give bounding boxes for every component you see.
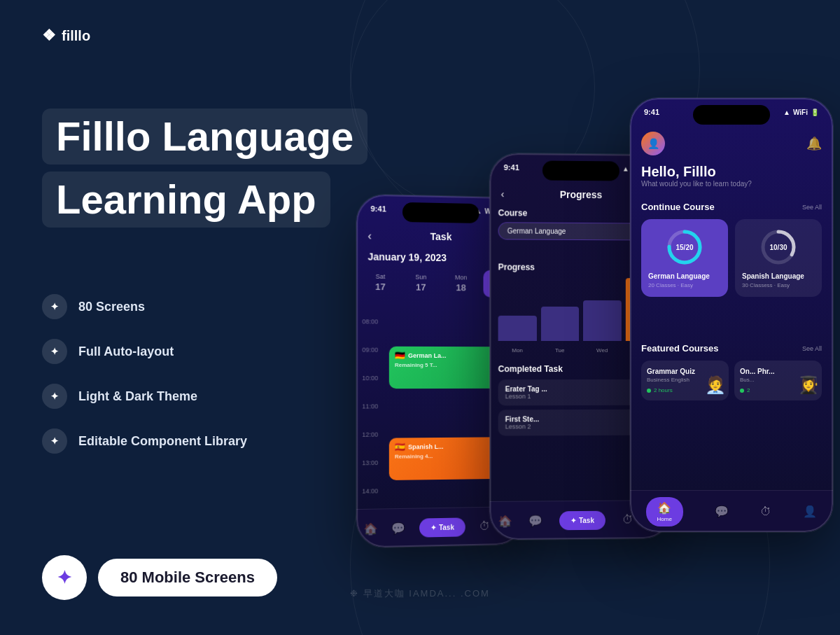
phone-3-avatar[interactable]: 👤: [641, 132, 665, 155]
course-card-spanish[interactable]: 10/30 Spanish Language 30 Classess · Eas…: [735, 219, 822, 297]
cal-sat: Sat 17: [362, 269, 398, 297]
logo: ❖ filllo: [42, 27, 90, 45]
featured-card-phrases[interactable]: On... Phr... Bus... 2 👩‍🎓: [734, 361, 822, 400]
phone-3-notch: [693, 105, 770, 125]
phone-3-time: 9:41: [644, 108, 659, 116]
timer-nav-icon: ⏱: [760, 505, 771, 518]
logo-text: filllo: [62, 28, 90, 44]
grammar-illustration: 🧑‍💼: [705, 375, 726, 395]
time-900: 09:00: [362, 347, 378, 354]
spanish-card-sub: 30 Classess · Easy: [742, 282, 815, 288]
chart-label-wed: Wed: [596, 347, 608, 354]
phone-3-sub: What would you like to learn today?: [641, 180, 752, 188]
feature-icon-autolayout: ✦: [42, 339, 67, 364]
chart-label-tue: Tue: [555, 347, 565, 354]
phrases-duration-dot: [740, 389, 744, 393]
phone-3-featured-section: Featured Courses See All Grammar Quiz Bu…: [641, 343, 822, 400]
cal-sun: Sun 17: [402, 269, 439, 297]
phrases-illustration: 👩‍🎓: [798, 375, 819, 395]
chat-nav-icon: 💬: [715, 505, 729, 518]
phone-3-header: 👤 🔔: [641, 132, 822, 155]
phone-3-nav-chat[interactable]: 💬: [715, 505, 729, 518]
time-1200: 12:00: [362, 431, 378, 438]
phone-2-notch: [542, 160, 620, 181]
phone-1-nav-home[interactable]: 🏠: [363, 522, 377, 536]
chart-bar-mon: Mon: [498, 316, 537, 341]
home-nav-icon: 🏠: [657, 501, 671, 515]
phone-1-notch: [402, 202, 479, 223]
figma-icon: ✦: [57, 567, 72, 589]
spanish-card-title: Spanish Language: [742, 272, 815, 280]
featured-see-all[interactable]: See All: [802, 345, 822, 352]
time-1300: 13:00: [362, 459, 378, 466]
phone-3-frame: [630, 98, 833, 532]
phone-2-task-fab[interactable]: ✦Task: [559, 510, 606, 530]
grammar-duration-text: 2 hours: [654, 387, 673, 393]
feature-theme: ✦ Light & Dark Theme: [42, 384, 247, 409]
course-card-german[interactable]: 15/20 German Language 20 Classes · Easy: [641, 219, 728, 297]
feature-label-library: Editable Component Library: [78, 434, 247, 449]
german-progress-text: 15/20: [676, 244, 693, 251]
continue-section-header: Continue Course See All: [641, 202, 822, 212]
home-nav-label: Home: [657, 516, 672, 522]
feature-label-screens: 80 Screens: [78, 300, 145, 314]
featured-cards: Grammar Quiz Business English 2 hours 🧑‍…: [641, 361, 822, 400]
hero-title-line2: Learning App: [56, 176, 316, 222]
time-1000: 10:00: [362, 375, 378, 382]
featured-card-grammar[interactable]: Grammar Quiz Business English 2 hours 🧑‍…: [641, 361, 729, 400]
screens-badge: 80 Mobile Screens: [98, 559, 277, 596]
phone-1-date: January 19, 2023: [368, 251, 447, 263]
phone-1-nav-chat[interactable]: 💬: [391, 521, 405, 534]
time-800: 08:00: [362, 318, 378, 325]
screens-count-label: 80 Mobile Screens: [120, 568, 255, 586]
feature-autolayout: ✦ Full Auto-layout: [42, 339, 247, 364]
features-list: ✦ 80 Screens ✦ Full Auto-layout ✦ Light …: [42, 294, 247, 473]
continue-title: Continue Course: [641, 202, 715, 212]
time-1400: 14:00: [362, 487, 378, 494]
chart-label-mon: Mon: [512, 347, 523, 354]
phone-3-bottom-nav: 🏠 Home 💬 ⏱ 👤: [630, 490, 833, 532]
course-cards: 15/20 German Language 20 Classes · Easy …: [641, 219, 822, 297]
phone-3-greeting: Hello, Filllo What would you like to lea…: [641, 164, 752, 188]
watermark: ❉ 早道大咖 IAMDA... .COM: [350, 587, 490, 600]
cal-mon: Mon 18: [443, 270, 479, 297]
title-line-2: Learning App: [42, 172, 330, 228]
phone-3-hello: Hello, Filllo: [641, 164, 752, 180]
phrases-duration-text: 2: [747, 387, 750, 393]
duration-dot: [647, 389, 651, 393]
phone-1-time: 9:41: [371, 204, 386, 214]
title-line-1: Filllo Language: [42, 109, 368, 165]
feature-icon-theme: ✦: [42, 384, 67, 409]
phone-2-time: 9:41: [504, 163, 519, 172]
phone-3-status-icons: ▲WiFi🔋: [783, 109, 819, 116]
german-card-title: German Language: [648, 272, 721, 280]
phone-3-nav-user[interactable]: 👤: [803, 505, 817, 518]
featured-title: Featured Courses: [641, 343, 719, 354]
phone-1-nav-timer[interactable]: ⏱: [479, 520, 490, 533]
chart-bar-wed: Wed: [583, 300, 621, 342]
figma-badge: ✦: [42, 555, 87, 600]
spanish-progress-text: 10/30: [769, 244, 787, 251]
task-german-title: German La...: [408, 352, 447, 359]
phone-3-nav-timer[interactable]: ⏱: [760, 505, 771, 518]
bell-icon[interactable]: 🔔: [806, 136, 822, 151]
feature-library: ✦ Editable Component Library: [42, 428, 247, 454]
feature-icon-library: ✦: [42, 428, 67, 454]
time-1100: 11:00: [362, 403, 378, 410]
phone-3-continue-section: Continue Course See All 15/20 German Lan…: [641, 202, 822, 297]
phones-container: 9:41 ▲WiFi🔋 ‹ Task January 19, 2023 Sat …: [336, 56, 840, 630]
chart-bar-tue: Tue: [540, 306, 579, 341]
continue-see-all[interactable]: See All: [802, 204, 822, 211]
phone-2-nav-chat[interactable]: 💬: [528, 514, 542, 527]
phone-1-task-fab[interactable]: ✦Task: [419, 517, 465, 537]
german-progress-circle: 15/20: [665, 228, 704, 267]
grammar-title: Grammar Quiz: [647, 368, 723, 375]
spanish-progress-circle: 10/30: [759, 228, 798, 267]
feature-label-autolayout: Full Auto-layout: [78, 344, 174, 359]
phone-3-nav-home[interactable]: 🏠 Home: [646, 497, 683, 526]
phone-2-nav-home[interactable]: 🏠: [498, 514, 512, 527]
task-spanish-title: Spanish L...: [408, 443, 444, 450]
german-card-sub: 20 Classes · Easy: [648, 282, 721, 288]
feature-label-theme: Light & Dark Theme: [78, 389, 197, 404]
hero-title-line1: Filllo Language: [56, 113, 354, 159]
